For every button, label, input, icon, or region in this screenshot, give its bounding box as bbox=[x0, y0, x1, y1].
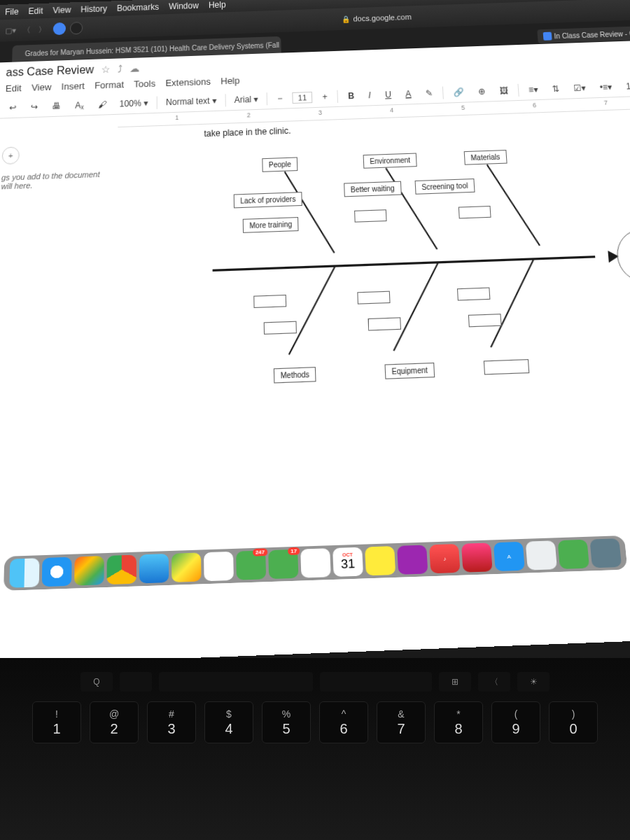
fb-materials[interactable]: Materials bbox=[464, 150, 507, 165]
comment-icon[interactable]: ⊕ bbox=[473, 84, 490, 99]
highlight-icon[interactable]: ✎ bbox=[421, 86, 437, 101]
zoom-select[interactable]: 100% ▾ bbox=[116, 97, 150, 111]
number-list-icon[interactable]: 1≡▾ bbox=[622, 79, 630, 94]
dock-settings[interactable] bbox=[526, 540, 557, 570]
sidebar-toggle-icon[interactable]: ▢▾ bbox=[4, 24, 18, 36]
docs-menu-format[interactable]: Format bbox=[94, 79, 124, 90]
dock-facetime[interactable]: 17 bbox=[268, 550, 298, 579]
dock-messages[interactable]: 247 bbox=[236, 550, 266, 580]
checklist-icon[interactable]: ☑▾ bbox=[568, 80, 590, 95]
image-icon[interactable]: 🖼 bbox=[495, 83, 513, 98]
paint-format-icon[interactable]: 🖌 bbox=[94, 97, 111, 112]
underline-icon[interactable]: U bbox=[381, 88, 396, 102]
font-size-minus[interactable]: − bbox=[273, 91, 287, 106]
dock-finder[interactable] bbox=[9, 558, 39, 588]
fb-empty-b1[interactable] bbox=[253, 295, 286, 308]
back-icon[interactable]: 〈 bbox=[20, 24, 33, 36]
dock-preferences[interactable] bbox=[589, 538, 622, 568]
italic-icon[interactable]: I bbox=[364, 88, 375, 103]
dock-music[interactable]: ♪ bbox=[429, 544, 461, 573]
dock-photos[interactable] bbox=[204, 552, 234, 581]
fn-mission[interactable]: ⊞ bbox=[439, 672, 471, 692]
fb-empty-b2[interactable] bbox=[264, 321, 297, 335]
bullet-list-icon[interactable]: •≡▾ bbox=[595, 80, 617, 94]
fishbone-head[interactable] bbox=[615, 228, 630, 283]
fn-back[interactable]: 〈 bbox=[478, 672, 510, 692]
extension-g-icon[interactable] bbox=[53, 22, 66, 35]
fb-empty-b5[interactable] bbox=[457, 288, 491, 301]
fb-empty-b6[interactable] bbox=[468, 314, 502, 327]
key-5[interactable]: %5 bbox=[262, 701, 311, 743]
menu-view[interactable]: View bbox=[52, 5, 71, 15]
dock-shortcuts[interactable] bbox=[461, 542, 493, 572]
fishbone-diagram[interactable]: People Environment Materials Lack of pro… bbox=[183, 138, 630, 396]
key-7[interactable]: &7 bbox=[377, 701, 426, 743]
dock-mail[interactable] bbox=[139, 554, 169, 584]
dock-appstore[interactable]: A bbox=[493, 542, 525, 571]
key-6[interactable]: ^6 bbox=[319, 701, 368, 743]
font-size-input[interactable]: 11 bbox=[292, 92, 312, 104]
menu-bookmarks[interactable]: Bookmarks bbox=[117, 2, 159, 13]
key-3[interactable]: #3 bbox=[147, 701, 196, 743]
fb-environment[interactable]: Environment bbox=[363, 153, 417, 169]
fb-equipment[interactable]: Equipment bbox=[384, 363, 435, 379]
menu-edit[interactable]: Edit bbox=[28, 6, 43, 16]
move-icon[interactable]: ⤴ bbox=[118, 63, 122, 74]
link-icon[interactable]: 🔗 bbox=[449, 85, 469, 99]
undo-icon[interactable]: ↩ bbox=[5, 100, 21, 115]
extension-shield-icon[interactable] bbox=[70, 22, 83, 34]
font-size-plus[interactable]: + bbox=[318, 90, 332, 104]
key-4[interactable]: $4 bbox=[204, 701, 253, 743]
dock-reminders[interactable] bbox=[300, 548, 331, 578]
fb-empty-1[interactable] bbox=[354, 209, 387, 222]
dock-calendar[interactable]: OCT 31 bbox=[332, 547, 363, 577]
dock-numbers[interactable] bbox=[558, 540, 590, 569]
touchbar-strip-2[interactable] bbox=[320, 672, 432, 692]
page-caption[interactable]: take place in the clinic. bbox=[204, 126, 290, 139]
dock-notes[interactable] bbox=[365, 546, 396, 575]
fb-empty-2[interactable] bbox=[458, 206, 491, 218]
dock-launchpad[interactable] bbox=[74, 556, 104, 586]
font-select[interactable]: Arial ▾ bbox=[231, 93, 260, 107]
docs-menu-tools[interactable]: Tools bbox=[134, 78, 155, 90]
fb-better-waiting[interactable]: Better waiting bbox=[344, 181, 401, 197]
fb-lack-providers[interactable]: Lack of providers bbox=[234, 192, 302, 208]
touchbar-strip[interactable] bbox=[159, 672, 313, 692]
line-spacing-icon[interactable]: ⇅ bbox=[547, 82, 564, 97]
docs-menu-edit[interactable]: Edit bbox=[6, 83, 22, 94]
fb-people[interactable]: People bbox=[262, 157, 298, 172]
forward-icon[interactable]: 〉 bbox=[35, 23, 48, 36]
docs-menu-insert[interactable]: Insert bbox=[62, 80, 85, 92]
fn-brightness[interactable]: ☀ bbox=[517, 672, 550, 692]
dock-chrome[interactable] bbox=[107, 555, 136, 585]
fn-spotlight[interactable] bbox=[120, 672, 152, 692]
spellcheck-icon[interactable]: Aᵪ bbox=[71, 98, 88, 113]
print-icon[interactable]: 🖶 bbox=[48, 99, 65, 113]
menu-help[interactable]: Help bbox=[209, 0, 226, 10]
fb-more-training[interactable]: More training bbox=[243, 217, 299, 233]
docs-menu-extensions[interactable]: Extensions bbox=[165, 76, 211, 88]
style-select[interactable]: Normal text ▾ bbox=[163, 94, 219, 109]
cloud-icon[interactable]: ☁ bbox=[130, 62, 139, 74]
dock-maps[interactable] bbox=[172, 552, 202, 582]
menu-file[interactable]: File bbox=[5, 7, 19, 17]
star-icon[interactable]: ☆ bbox=[101, 64, 110, 75]
fb-methods[interactable]: Methods bbox=[274, 367, 316, 383]
docs-menu-view[interactable]: View bbox=[31, 82, 52, 93]
key-0[interactable]: )0 bbox=[549, 701, 598, 743]
align-icon[interactable]: ≡▾ bbox=[524, 83, 542, 97]
fn-search[interactable]: Q bbox=[80, 672, 113, 692]
menu-window[interactable]: Window bbox=[169, 1, 199, 11]
dock-safari[interactable] bbox=[42, 557, 72, 587]
key-8[interactable]: *8 bbox=[434, 701, 483, 743]
docs-menu-help[interactable]: Help bbox=[220, 75, 239, 86]
doc-title[interactable]: ass Case Review bbox=[6, 64, 94, 79]
dock-freeform[interactable] bbox=[397, 545, 428, 574]
menu-history[interactable]: History bbox=[80, 4, 107, 15]
fb-bottom-empty[interactable] bbox=[484, 359, 530, 374]
redo-icon[interactable]: ↪ bbox=[26, 99, 42, 114]
add-outline-button[interactable]: + bbox=[2, 146, 20, 164]
text-color-icon[interactable]: A bbox=[401, 87, 416, 102]
key-9[interactable]: (9 bbox=[491, 701, 540, 743]
key-2[interactable]: @2 bbox=[90, 701, 139, 743]
